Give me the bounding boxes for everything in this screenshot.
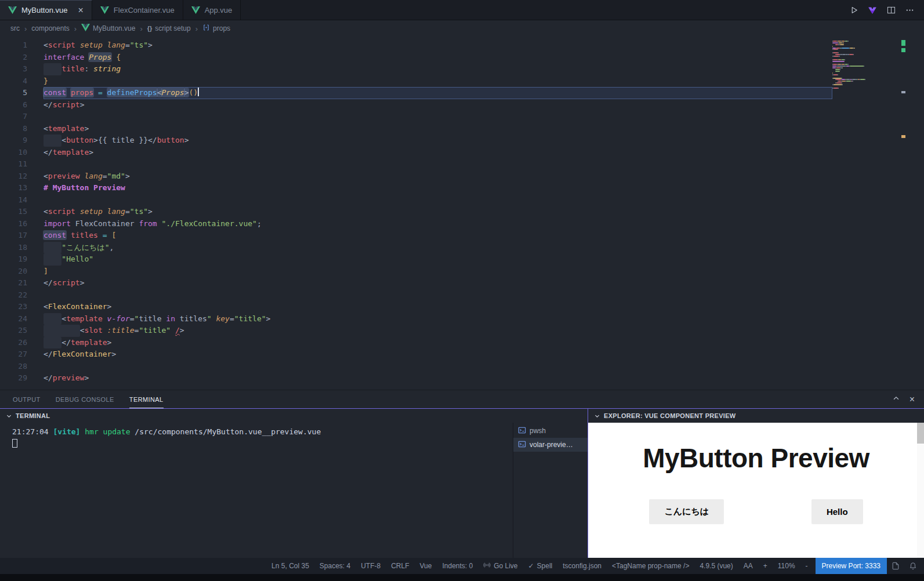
preview-button[interactable]: こんにちは — [649, 499, 724, 524]
breadcrumb-item[interactable]: MyButton.vue — [81, 24, 135, 33]
shell-label: volar-previe… — [530, 441, 573, 449]
vue-icon — [100, 6, 109, 14]
code-line[interactable]: 24 <template v-for="title in titles" key… — [0, 313, 924, 325]
ruler-mark-change — [901, 40, 905, 46]
status-item[interactable]: 110% — [773, 558, 800, 574]
code-line[interactable]: 25 <slot :title="title" /> — [0, 325, 924, 337]
code-line-content: "こんにちは", — [44, 242, 832, 254]
code-line[interactable]: 29</preview> — [0, 372, 924, 384]
code-line[interactable]: 2interface Props { — [0, 52, 924, 64]
status-item[interactable]: ✓Spell — [523, 558, 558, 574]
code-line[interactable]: 7 — [0, 111, 924, 123]
status-item[interactable]: <TagName prop-name /> — [607, 558, 694, 574]
breadcrumb-separator: › — [74, 24, 77, 33]
status-item[interactable]: tsconfig.json — [557, 558, 607, 574]
line-number: 28 — [0, 361, 44, 373]
status-item[interactable]: Vue — [415, 558, 437, 574]
code-line-content: </preview> — [44, 372, 832, 384]
status-item-label: + — [763, 562, 767, 570]
code-line[interactable]: 15<script setup lang="ts"> — [0, 206, 924, 218]
preview-file-icon[interactable] — [887, 558, 904, 574]
overview-ruler[interactable] — [901, 37, 905, 390]
more-actions-button[interactable] — [902, 2, 917, 17]
vue-icon — [81, 24, 90, 33]
status-item[interactable]: Spaces: 4 — [314, 558, 356, 574]
breadcrumb-item[interactable]: src — [10, 24, 20, 32]
split-editor-button[interactable] — [883, 2, 898, 17]
line-number: 24 — [0, 313, 44, 325]
code-line[interactable]: 22 — [0, 289, 924, 302]
line-number: 18 — [0, 242, 44, 254]
code-line[interactable]: 26 </template> — [0, 337, 924, 349]
preview-button[interactable]: Hello — [811, 499, 863, 524]
status-item[interactable]: CRLF — [386, 558, 414, 574]
code-line[interactable]: 6</script> — [0, 99, 924, 111]
code-line[interactable]: 11 — [0, 158, 924, 170]
editor-tab[interactable]: App.vue — [183, 0, 241, 20]
panel-close-icon[interactable]: × — [909, 394, 915, 405]
status-item[interactable]: - — [800, 558, 813, 574]
ruler-mark-cursor — [901, 91, 905, 93]
shell-label: pwsh — [530, 427, 546, 435]
status-item[interactable]: 4.9.5 (vue) — [694, 558, 738, 574]
code-line[interactable]: 13# MyButton Preview — [0, 182, 924, 194]
status-item[interactable]: Go Live — [478, 558, 523, 574]
code-line[interactable]: 16import FlexContainer from "./FlexConta… — [0, 218, 924, 230]
breadcrumb-item[interactable]: components — [31, 24, 69, 32]
status-item-label: Spaces: 4 — [320, 562, 350, 570]
terminal-shell-item[interactable]: pwsh — [513, 424, 588, 438]
code-line[interactable]: 1<script setup lang="ts"> — [0, 39, 924, 52]
terminal-shell-item[interactable]: volar-previe… — [513, 438, 588, 452]
code-line[interactable]: 20] — [0, 266, 924, 278]
code-line[interactable]: 10</template> — [0, 147, 924, 159]
line-number: 15 — [0, 206, 44, 218]
volar-preview-button[interactable] — [865, 2, 880, 17]
minimap[interactable] — [832, 41, 876, 89]
status-item[interactable]: Indents: 0 — [437, 558, 478, 574]
code-line[interactable]: 19 "Hello" — [0, 253, 924, 266]
preview-scrollbar[interactable] — [917, 423, 924, 558]
notifications-icon[interactable] — [904, 558, 922, 574]
breadcrumb-label: src — [10, 24, 20, 32]
panel-tab[interactable]: TERMINAL — [129, 390, 164, 408]
status-item[interactable]: + — [758, 558, 773, 574]
status-item[interactable]: Preview Port: 3333 — [816, 558, 887, 574]
panel-tab-bar: OUTPUTDEBUG CONSOLETERMINAL × — [0, 390, 924, 408]
code-editor[interactable]: 1<script setup lang="ts">2interface Prop… — [0, 37, 924, 390]
code-line[interactable]: 18 "こんにちは", — [0, 242, 924, 254]
status-item[interactable]: AA — [738, 558, 758, 574]
code-line[interactable]: 5const props = defineProps<Props>() — [0, 87, 924, 99]
code-line[interactable]: 23<FlexContainer> — [0, 301, 924, 313]
code-line[interactable]: 9 <button>{{ title }}</button> — [0, 135, 924, 147]
code-line[interactable]: 3 title: string — [0, 63, 924, 75]
code-line[interactable]: 14 — [0, 194, 924, 206]
code-line[interactable]: 28 — [0, 361, 924, 373]
code-line[interactable]: 8<template> — [0, 123, 924, 135]
code-line[interactable]: 21</script> — [0, 277, 924, 289]
preview-scrollbar-thumb[interactable] — [917, 423, 924, 444]
code-line[interactable]: 4} — [0, 75, 924, 88]
preview-panel-header[interactable]: EXPLORER: VUE COMPONENT PREVIEW — [588, 409, 924, 423]
breadcrumb[interactable]: src›components›MyButton.vue›{}script set… — [0, 20, 924, 37]
breadcrumb-item[interactable]: {}script setup — [147, 24, 191, 32]
close-tab-icon[interactable]: × — [78, 6, 84, 15]
editor-tab[interactable]: FlexContainer.vue — [92, 0, 183, 20]
code-line[interactable]: 17const titles = [ — [0, 230, 924, 242]
terminal-output[interactable]: 21:27:04 [vite] hmr update /src/componen… — [0, 423, 513, 558]
panel-maximize-icon[interactable] — [892, 394, 900, 405]
terminal-header[interactable]: TERMINAL — [0, 409, 588, 423]
code-line[interactable]: 27</FlexContainer> — [0, 348, 924, 361]
status-item[interactable]: Ln 5, Col 35 — [266, 558, 314, 574]
code-line-content — [44, 194, 832, 206]
breadcrumb-item[interactable]: props — [202, 24, 230, 33]
panel-tab[interactable]: DEBUG CONSOLE — [56, 390, 114, 408]
panel-tab[interactable]: OUTPUT — [13, 390, 41, 408]
editor-tab[interactable]: MyButton.vue× — [0, 0, 92, 20]
status-item[interactable]: UTF-8 — [356, 558, 386, 574]
code-line[interactable]: 12<preview lang="md"> — [0, 170, 924, 183]
line-number: 2 — [0, 52, 44, 64]
run-button[interactable] — [846, 2, 861, 17]
breadcrumb-label: MyButton.vue — [93, 24, 135, 32]
status-item-label: AA — [744, 562, 753, 570]
terminal-icon — [518, 426, 526, 436]
